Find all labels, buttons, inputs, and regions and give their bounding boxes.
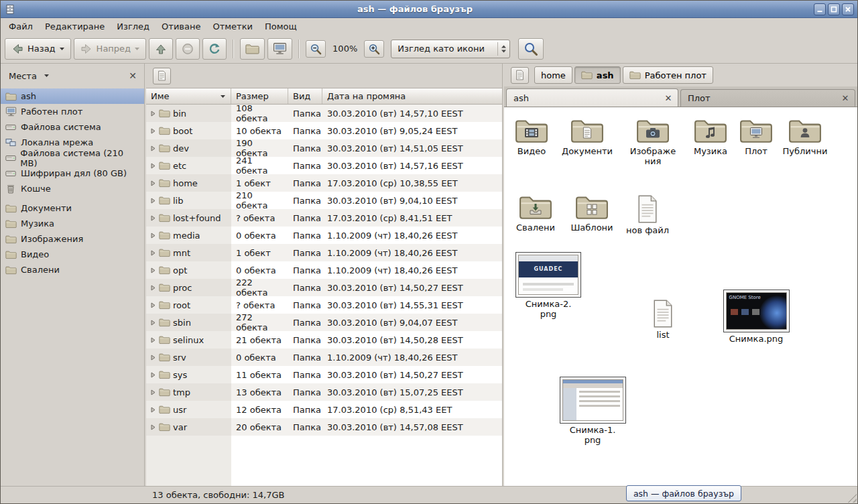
expander-icon[interactable] — [149, 337, 156, 343]
menu-item-view[interactable]: Изглед — [111, 19, 155, 34]
tab-close-icon[interactable]: ✕ — [840, 93, 851, 104]
file-icon-videos[interactable]: Видео — [505, 117, 558, 157]
file-icon-new-file[interactable]: нов файл — [623, 194, 672, 236]
sidebar-item-documents[interactable]: Документи — [1, 200, 144, 216]
tree-row-opt[interactable]: opt0 обектаПапка1.10.2009 (чт) 18,40,26 … — [146, 261, 502, 279]
tree-row-boot[interactable]: boot10 обектаПапка30.03.2010 (вт) 9,05,2… — [146, 122, 502, 139]
expander-icon[interactable] — [149, 355, 156, 361]
file-icon-pictures[interactable]: Изображения — [629, 117, 677, 167]
sidebar-item-downloads[interactable]: Свалени — [1, 262, 144, 277]
column-header-name[interactable]: Име — [146, 88, 231, 104]
file-icon-downloads[interactable]: Свалени — [509, 193, 562, 233]
expander-icon[interactable] — [149, 198, 156, 204]
sidebar-item-videos[interactable]: Видео — [1, 247, 144, 262]
tree-row-sbin[interactable]: sbin272 обектаПапка30.03.2010 (вт) 9,04,… — [146, 314, 502, 331]
tree-row-media[interactable]: media0 обектаПапка1.10.2009 (чт) 18,40,2… — [146, 227, 502, 244]
home-button[interactable] — [240, 38, 265, 60]
expander-icon[interactable] — [149, 389, 156, 395]
zoom-in-button[interactable] — [364, 40, 384, 58]
tree-row-mnt[interactable]: mnt1 обектПапка1.10.2009 (чт) 18,40,26 E… — [146, 244, 502, 261]
sidebar-item-music[interactable]: Музика — [1, 216, 144, 231]
file-icon-documents[interactable]: Документи — [560, 117, 614, 157]
tree-row-lost+found[interactable]: lost+found? обектаПапка17.03.2010 (ср) 8… — [146, 209, 502, 227]
path-button-ash[interactable]: ash — [574, 66, 621, 84]
file-icon-snimka[interactable]: GNOME StoreСнимка.png — [720, 290, 792, 344]
titlebar[interactable]: ash — файлов браузър — [1, 1, 857, 18]
tree-row-usr[interactable]: usr12 обектаПапка17.03.2010 (ср) 8,51,43… — [146, 401, 502, 418]
file-icon-public[interactable]: Публични — [782, 117, 829, 157]
menu-item-help[interactable]: Помощ — [259, 19, 302, 34]
sidebar-item-encrypted-80gb[interactable]: Шифриран дял (80 GB) — [1, 166, 144, 181]
expander-icon[interactable] — [149, 215, 156, 221]
tab-ash[interactable]: ash✕ — [506, 88, 678, 107]
tree-row-root[interactable]: root? обектаПапка30.03.2010 (вт) 14,55,3… — [146, 296, 502, 314]
tab-desktop[interactable]: Плот✕ — [680, 89, 855, 107]
minimize-button[interactable] — [814, 3, 826, 15]
zoom-out-button[interactable] — [306, 40, 326, 58]
expander-icon[interactable] — [149, 407, 156, 413]
expander-icon[interactable] — [149, 424, 156, 430]
view-mode-select[interactable]: Изглед като икони — [391, 40, 510, 58]
forward-button[interactable]: Напред — [74, 38, 146, 60]
location-edit-toggle-right[interactable] — [511, 67, 529, 84]
tree-row-tmp[interactable]: tmp13 обектаПапка30.03.2010 (вт) 15,07,2… — [146, 383, 502, 401]
expander-icon[interactable] — [149, 145, 156, 151]
path-button-desktop[interactable]: Работен плот — [623, 66, 713, 84]
back-button[interactable]: Назад — [5, 38, 71, 60]
sidebar-close-button[interactable]: ✕ — [127, 70, 139, 82]
expander-icon[interactable] — [149, 320, 156, 326]
sidebar-item-ash[interactable]: ash — [1, 88, 144, 104]
file-icon-desktop[interactable]: Плот — [733, 117, 780, 157]
file-icon-templates[interactable]: Шаблони — [566, 193, 618, 233]
tree-row-var[interactable]: var20 обектаПапка30.03.2010 (вт) 14,57,0… — [146, 418, 502, 436]
resize-grip[interactable] — [847, 493, 857, 503]
menu-item-edit[interactable]: Редактиране — [40, 19, 110, 34]
tree-row-etc[interactable]: etc241 обектаПапка30.03.2010 (вт) 14,57,… — [146, 157, 502, 174]
tab-close-icon[interactable]: ✕ — [663, 92, 674, 103]
icon-view[interactable]: ВидеоДокументиИзображенияМузикаПлотПубли… — [504, 107, 857, 486]
expander-icon[interactable] — [149, 285, 156, 291]
file-icon-snimka1[interactable]: Снимка-1.png — [556, 377, 629, 446]
expander-icon[interactable] — [149, 163, 156, 169]
sidebar-item-trash[interactable]: Кошче — [1, 181, 144, 196]
expander-icon[interactable] — [149, 128, 156, 134]
sidebar-item-desktop[interactable]: Работен плот — [1, 104, 144, 119]
search-button[interactable] — [518, 38, 544, 60]
expander-icon[interactable] — [149, 111, 156, 117]
tree-row-proc[interactable]: proc222 обектаПапка30.03.2010 (вт) 14,50… — [146, 279, 502, 296]
tree-row-lib[interactable]: lib210 обектаПапка30.03.2010 (вт) 9,04,1… — [146, 192, 502, 209]
file-icon-music[interactable]: Музика — [686, 117, 735, 157]
menu-item-bookmarks[interactable]: Отметки — [207, 19, 257, 34]
menu-item-file[interactable]: Файл — [3, 19, 38, 34]
sidebar-item-filesystem[interactable]: Файлова система — [1, 119, 144, 135]
expander-icon[interactable] — [149, 180, 156, 186]
file-icon-snimka2[interactable]: GUADECСнимка-2.png — [512, 252, 585, 320]
expander-icon[interactable] — [149, 233, 156, 239]
column-header-type[interactable]: Вид — [288, 88, 322, 104]
taskbar-window-button[interactable]: ash — файлов браузър — [626, 485, 741, 501]
computer-button[interactable] — [267, 38, 292, 60]
up-button[interactable] — [149, 38, 173, 60]
tree-row-dev[interactable]: dev190 обектаПапка30.03.2010 (вт) 14,51,… — [146, 139, 502, 157]
tree-row-bin[interactable]: bin108 обектаПапка30.03.2010 (вт) 14,57,… — [146, 105, 502, 122]
tree-row-sys[interactable]: sys11 обектаПапка30.03.2010 (вт) 14,50,2… — [146, 366, 502, 383]
reload-button[interactable] — [202, 38, 227, 60]
sidebar-item-pictures[interactable]: Изображения — [1, 231, 144, 247]
tree-row-home[interactable]: home1 обектПапка17.03.2010 (ср) 10,38,55… — [146, 174, 502, 192]
column-header-size[interactable]: Размер — [231, 88, 288, 104]
menu-item-go[interactable]: Отиване — [156, 19, 206, 34]
expander-icon[interactable] — [149, 250, 156, 256]
file-icon-list[interactable]: list — [638, 299, 688, 340]
sidebar-item-filesystem-210mb[interactable]: Файлова система (210 MB) — [1, 150, 144, 166]
tree-row-selinux[interactable]: selinux21 обектаПапка30.03.2010 (вт) 14,… — [146, 331, 502, 349]
places-selector[interactable]: Места — [6, 69, 52, 83]
stop-button[interactable] — [176, 38, 200, 60]
location-edit-toggle-left[interactable] — [153, 68, 171, 84]
path-button-home[interactable]: home — [534, 66, 572, 84]
expander-icon[interactable] — [149, 267, 156, 273]
column-header-date[interactable]: Дата на промяна — [322, 88, 502, 104]
expander-icon[interactable] — [149, 302, 156, 308]
close-button[interactable] — [842, 3, 854, 15]
expander-icon[interactable] — [149, 372, 156, 378]
maximize-button[interactable] — [828, 3, 840, 15]
